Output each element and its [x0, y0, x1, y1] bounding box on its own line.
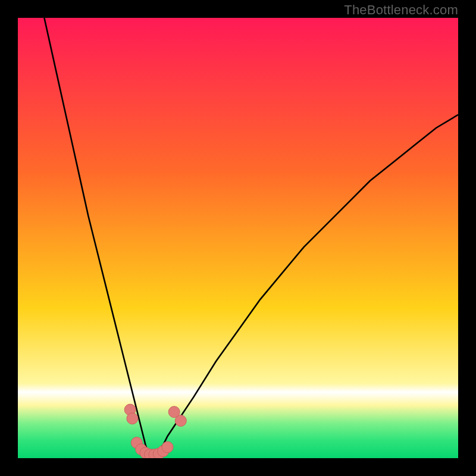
chart-frame: TheBottleneck.com — [0, 0, 476, 476]
plot-area — [18, 18, 458, 458]
data-markers — [124, 404, 186, 458]
curve-left — [44, 18, 150, 458]
watermark-text: TheBottleneck.com — [344, 2, 458, 18]
data-marker — [175, 415, 186, 427]
data-marker — [127, 413, 138, 424]
curve-right — [150, 115, 458, 458]
bottleneck-curves — [18, 18, 458, 458]
data-marker — [162, 441, 173, 453]
